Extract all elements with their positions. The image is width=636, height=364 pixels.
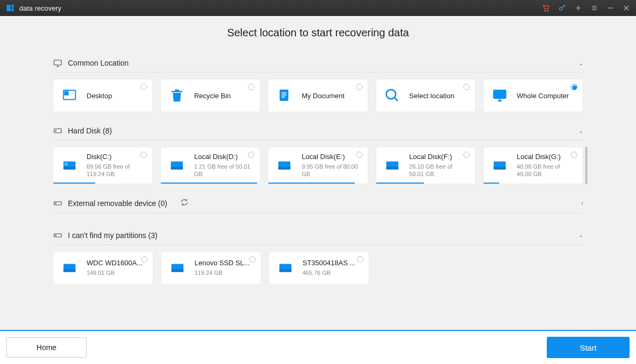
radio[interactable] [571,84,577,90]
svg-rect-32 [172,269,184,272]
card-title: WDC WD1600A... [87,259,143,267]
section-label: I can't find my partitions (3) [68,231,158,240]
app-logo: data recovery [5,3,61,13]
hard-disk-grid: Disk(C:)69.56 GB free of 119.24 GB Local… [53,147,583,184]
svg-rect-1 [11,5,14,7]
radio[interactable] [356,152,362,158]
card-title: Recycle Bin [194,92,231,100]
card-title: Lenovo SSD SL... [195,259,250,267]
content: Common Location ⌄ Desktop Recycle Bin My… [53,54,583,294]
radio[interactable] [356,84,362,90]
section-header-lost[interactable]: I can't find my partitions (3) ⌄ [53,226,583,245]
svg-rect-11 [494,90,506,98]
minimize-icon[interactable] [606,4,615,12]
card-whole-computer[interactable]: Whole Computer [483,79,583,112]
svg-rect-22 [386,167,398,169]
card-desktop[interactable]: Desktop [53,79,153,112]
svg-rect-18 [171,167,183,169]
card-sub: 69.56 GB free of 119.24 GB [87,163,145,178]
card-disk-f[interactable]: Local Disk(F:)26.10 GB free of 50.01 GB [376,147,476,184]
hard-disk-icon [53,126,63,136]
drive-icon [60,258,79,278]
radio[interactable] [141,256,148,263]
card-disk-c[interactable]: Disk(C:)69.56 GB free of 119.24 GB [53,147,153,184]
card-title: Select location [409,92,455,100]
radio[interactable] [141,152,147,158]
svg-rect-8 [65,92,68,95]
card-sub: 119.24 GB [195,269,250,276]
monitor-icon [53,58,63,68]
radio[interactable] [249,256,255,263]
computer-icon [490,86,509,105]
card-lost-3[interactable]: ST3500418AS ...465.76 GB [269,251,369,284]
svg-rect-24 [494,167,506,169]
drive-icon [167,156,187,175]
card-sub: 149.01 GB [87,269,143,276]
drive-icon [276,258,295,278]
card-title: Local Disk(G:) [517,153,575,161]
cart-icon[interactable] [542,4,550,12]
drive-icon [490,156,509,175]
svg-rect-0 [6,5,11,11]
partition-icon [53,231,63,240]
radio[interactable] [357,256,363,263]
svg-point-3 [545,10,546,11]
svg-point-26 [56,203,57,204]
usage-bar [268,183,354,184]
card-select-location[interactable]: Select location [376,79,476,112]
card-title: My Document [301,92,344,100]
home-button[interactable]: Home [6,337,87,358]
radio[interactable] [463,152,470,158]
usage-bar [376,183,424,184]
card-sub: 40.98 GB free of 49.00 GB [517,163,575,178]
svg-rect-20 [278,167,291,169]
close-icon[interactable] [622,4,631,12]
radio[interactable] [571,152,577,158]
card-title: Local Disk(D:) [194,153,252,161]
section-header-external[interactable]: External removable device (0) › [53,194,583,213]
card-title: Desktop [87,92,112,100]
drive-icon [168,258,187,278]
card-recycle-bin[interactable]: Recycle Bin [160,79,260,112]
card-disk-g[interactable]: Local Disk(G:)40.98 GB free of 49.00 GB [483,147,583,184]
radio[interactable] [463,84,470,90]
refresh-icon[interactable] [180,198,189,209]
svg-point-13 [56,130,57,131]
plus-icon[interactable] [574,4,583,12]
card-sub: 1.21 GB free of 50.01 GB [194,163,252,178]
menu-icon[interactable] [590,4,599,12]
app-title: data recovery [19,4,61,12]
card-sub: 26.10 GB free of 50.01 GB [409,163,468,178]
card-sub: 465.76 GB [303,269,355,276]
chevron-down-icon: ⌄ [579,60,583,66]
card-title: Local Disk(E:) [301,153,360,161]
radio[interactable] [248,152,254,158]
drive-icon [60,156,79,175]
card-lost-1[interactable]: WDC WD1600A...149.01 GB [53,251,153,284]
radio[interactable] [141,84,147,90]
card-disk-e[interactable]: Local Disk(E:)9.95 GB free of 80.00 GB [268,147,368,184]
card-disk-d[interactable]: Local Disk(D:)1.21 GB free of 50.01 GB [160,147,260,184]
recycle-bin-icon [167,86,187,105]
main-area: Select location to start recovering data… [0,16,636,330]
drive-icon [275,156,294,175]
card-title: Local Disk(F:) [409,153,468,161]
radio[interactable] [248,84,254,90]
search-icon [383,86,402,105]
key-icon[interactable] [558,4,567,12]
svg-point-5 [560,7,562,10]
start-button[interactable]: Start [547,337,630,358]
card-my-document[interactable]: My Document [268,79,368,112]
chevron-down-icon: ⌄ [579,128,583,134]
svg-rect-15 [64,167,76,169]
drive-icon [383,156,402,175]
usage-bar [484,183,500,184]
card-lost-2[interactable]: Lenovo SSD SL...119.24 GB [161,251,261,284]
svg-rect-34 [280,269,292,272]
title-bar: data recovery [0,0,636,16]
svg-rect-6 [54,60,61,65]
lost-partitions-grid: WDC WD1600A...149.01 GB Lenovo SSD SL...… [53,251,583,284]
section-header-common[interactable]: Common Location ⌄ [53,54,583,73]
external-drive-icon [53,199,63,208]
section-header-hard-disk[interactable]: Hard Disk (8) ⌄ [53,122,583,140]
